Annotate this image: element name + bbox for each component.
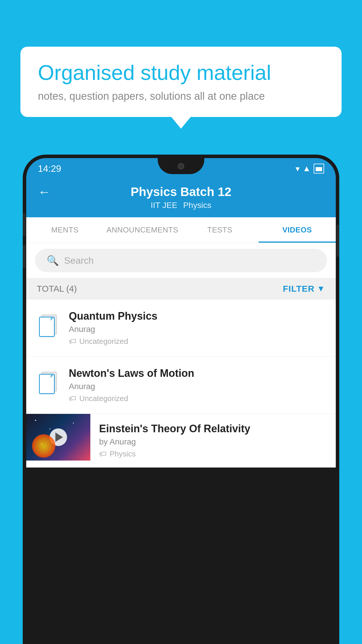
item-info: Einstein's Theory Of Relativity by Anura… (90, 414, 336, 467)
search-placeholder: Search (64, 255, 94, 266)
notch (158, 158, 204, 174)
space-dot (73, 423, 74, 424)
svg-rect-1 (39, 317, 54, 337)
camera-dot (178, 163, 184, 169)
vol-down-button[interactable] (23, 245, 26, 268)
app-header: ← Physics Batch 12 IIT JEE Physics (26, 179, 336, 217)
search-bar-container: 🔍 Search (26, 243, 336, 278)
status-time: 14:29 (38, 163, 61, 174)
search-input-wrapper[interactable]: 🔍 Search (35, 249, 327, 272)
total-count-label: TOTAL (4) (37, 284, 77, 294)
play-triangle-icon (55, 433, 63, 442)
header-title: Physics Batch 12 (131, 185, 231, 199)
item-author: Anurag (69, 382, 325, 391)
filter-bar: TOTAL (4) FILTER ▼ (26, 278, 336, 300)
phone-frame: 14:29 ▾ ▲ ← Physics Batch 12 (23, 155, 339, 644)
speech-bubble-title: Organised study material (38, 61, 324, 84)
header-row: ← Physics Batch 12 (38, 185, 324, 199)
battery-icon (314, 164, 324, 174)
tab-videos[interactable]: VIDEOS (259, 217, 336, 243)
file-icon (37, 369, 60, 395)
signal-icon: ▲ (303, 164, 311, 173)
phone-screen: 14:29 ▾ ▲ ← Physics Batch 12 (26, 158, 336, 644)
item-tag: 🏷 Physics (99, 449, 327, 459)
item-title: Einstein's Theory Of Relativity (99, 423, 327, 435)
list-item[interactable]: Newton's Laws of Motion Anurag 🏷 Uncateg… (26, 357, 336, 414)
power-button[interactable] (336, 225, 339, 257)
tab-announcements[interactable]: ANNOUNCEMENTS (103, 217, 181, 243)
tag-label: Uncategorized (79, 394, 128, 403)
header-subtitle-iitjee: IIT JEE (151, 201, 177, 210)
svg-rect-3 (39, 374, 54, 394)
tag-icon: 🏷 (69, 337, 76, 346)
list-item[interactable]: Quantum Physics Anurag 🏷 Uncategorized (26, 300, 336, 357)
item-tag: 🏷 Uncategorized (69, 394, 325, 403)
filter-button[interactable]: FILTER ▼ (283, 284, 325, 294)
file-icon (37, 312, 60, 338)
tag-icon: 🏷 (99, 449, 107, 459)
planet-glow (32, 434, 55, 458)
tag-icon: 🏷 (69, 394, 76, 403)
item-title: Quantum Physics (69, 310, 325, 322)
filter-icon: ▼ (317, 284, 325, 293)
header-subtitle-physics: Physics (183, 201, 211, 210)
item-tag: 🏷 Uncategorized (69, 337, 325, 346)
tag-label: Uncategorized (79, 337, 128, 346)
video-thumbnail (26, 414, 90, 461)
filter-label: FILTER (283, 284, 315, 294)
space-dot (50, 428, 50, 429)
tab-ments[interactable]: MENTS (26, 217, 103, 243)
item-info: Quantum Physics Anurag 🏷 Uncategorized (69, 310, 325, 346)
item-author: by Anurag (99, 437, 327, 447)
header-subtitle: IIT JEE Physics (151, 201, 211, 210)
tab-tests[interactable]: TESTS (181, 217, 259, 243)
speech-bubble: Organised study material notes, question… (20, 47, 342, 117)
search-icon: 🔍 (47, 255, 59, 266)
speech-bubble-subtitle: notes, question papers, solutions all at… (38, 90, 324, 102)
item-info: Newton's Laws of Motion Anurag 🏷 Uncateg… (69, 367, 325, 403)
status-bar: 14:29 ▾ ▲ (26, 158, 336, 179)
tabs-bar: MENTS ANNOUNCEMENTS TESTS VIDEOS (26, 217, 336, 243)
item-title: Newton's Laws of Motion (69, 367, 325, 379)
space-dot (35, 420, 36, 421)
wifi-icon: ▾ (296, 164, 300, 174)
vol-up-button[interactable] (23, 213, 26, 236)
item-author: Anurag (69, 325, 325, 334)
status-icons: ▾ ▲ (296, 164, 324, 174)
list-item[interactable]: Einstein's Theory Of Relativity by Anura… (26, 414, 336, 468)
back-button[interactable]: ← (38, 185, 51, 199)
tag-label: Physics (110, 449, 136, 459)
